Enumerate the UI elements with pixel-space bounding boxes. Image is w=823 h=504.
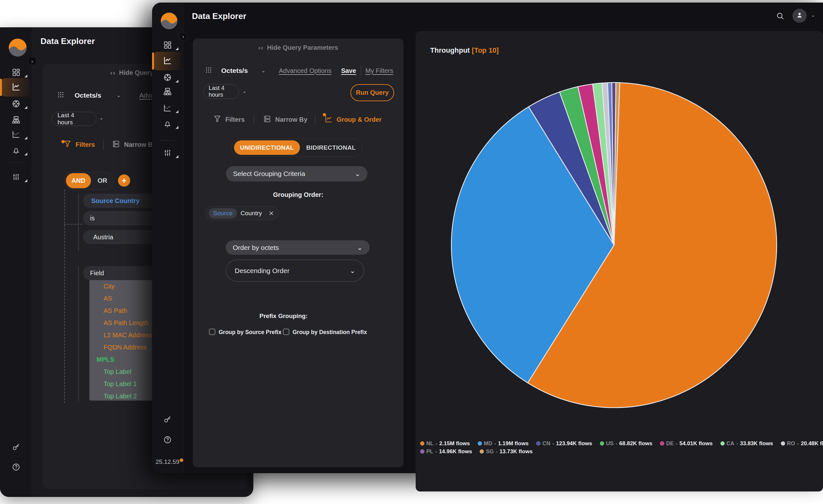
sidebar-item-help[interactable] <box>2 460 30 475</box>
page-title: Data Explorer <box>40 36 95 46</box>
collapse-query-button[interactable]: ‹‹ Hide Query Parameters <box>193 44 403 51</box>
chevron-down-icon[interactable]: ⌄ <box>242 88 246 94</box>
sitemap-icon <box>12 115 20 125</box>
line-chart-icon <box>163 56 172 66</box>
sidebar-expand-button[interactable]: › <box>28 57 36 65</box>
sort-order-select[interactable]: Descending Order ⌄ <box>226 260 364 282</box>
sidebar-divider <box>160 140 175 141</box>
time-range-select[interactable]: Last 4 hours <box>203 84 239 99</box>
sidebar-item-data-explorer[interactable] <box>154 52 181 70</box>
logic-or-button[interactable]: OR <box>91 177 114 184</box>
legend-item-CA[interactable]: CA-33.83K flows <box>720 440 773 447</box>
narrow-by-icon <box>112 140 120 150</box>
chevron-down-icon[interactable]: ⌄ <box>99 115 104 121</box>
line-chart-icon <box>12 82 21 92</box>
submenu-indicator-icon <box>176 80 178 82</box>
chip-scope[interactable]: Source <box>209 208 237 218</box>
legend-item-DE[interactable]: DE-54.01K flows <box>660 440 712 447</box>
legend-code: PL <box>426 449 433 455</box>
search-icon[interactable] <box>776 12 784 21</box>
unidirectional-button[interactable]: UNIDIRECTIONAL <box>234 141 300 155</box>
sidebar-item-settings[interactable] <box>154 146 181 161</box>
advanced-options-link[interactable]: Advanced Options <box>279 67 331 74</box>
time-range-select[interactable]: Last 4 hours <box>51 112 97 126</box>
sidebar-item-api-keys[interactable] <box>2 440 30 455</box>
submenu-indicator-icon <box>24 74 27 77</box>
legend-code: SG <box>486 449 494 455</box>
submenu-indicator-icon <box>24 106 27 109</box>
anomaly-chart-icon <box>12 130 20 140</box>
destination-prefix-checkbox[interactable] <box>283 329 289 335</box>
legend-item-MD[interactable]: MD-1.19M flows <box>478 440 529 447</box>
sidebar-item-network[interactable] <box>154 84 181 100</box>
user-icon <box>796 11 803 20</box>
query-tabs-back: Filters Narrow By <box>61 140 156 150</box>
legend-item-PL[interactable]: PL-14.96K flows <box>420 449 472 455</box>
chip-field: Country <box>240 210 262 217</box>
sidebar-item-routing[interactable] <box>154 70 181 86</box>
legend-dot <box>478 441 482 446</box>
drag-handle-icon[interactable] <box>205 66 212 75</box>
chevron-down-icon[interactable]: ⌄ <box>811 12 815 18</box>
my-filters-link[interactable]: My Filters <box>365 67 393 74</box>
run-query-button[interactable]: Run Query <box>350 84 394 101</box>
sidebar-item-data-explorer[interactable] <box>2 78 30 97</box>
metric-select[interactable]: Octets/s <box>74 91 101 99</box>
tab-filters[interactable]: Filters <box>75 141 95 149</box>
legend-item-CN[interactable]: CN-123.94K flows <box>536 440 592 447</box>
sidebar-item-anomalies[interactable] <box>2 127 30 143</box>
drag-handle-icon[interactable] <box>57 91 64 99</box>
metric-select[interactable]: Octets/s <box>221 67 248 74</box>
sidebar-item-dashboards[interactable] <box>154 38 181 53</box>
source-prefix-checkbox[interactable] <box>209 329 215 335</box>
anomaly-chart-icon <box>163 104 172 113</box>
legend-code: CN <box>542 440 550 447</box>
tab-group-order[interactable]: Group & Order <box>337 116 381 123</box>
legend-value: 20.48K flows <box>801 440 823 447</box>
sidebar-item-settings[interactable] <box>2 170 30 185</box>
legend-value: 1.19M flows <box>498 440 528 447</box>
pie-svg <box>416 31 823 491</box>
save-link[interactable]: Save <box>341 67 356 74</box>
sidebar-item-api-keys[interactable] <box>154 412 181 428</box>
add-condition-button[interactable]: + <box>118 175 130 187</box>
version-label: 25.12.59 <box>156 458 183 466</box>
metric-row: Octets/s ⌄ Advanced Options Save My Filt… <box>205 66 393 75</box>
chart-legend: NL-2.15M flowsMD-1.19M flowsCN-123.94K f… <box>420 440 819 456</box>
submenu-indicator-icon <box>24 179 27 182</box>
legend-item-US[interactable]: US-68.82K flows <box>600 440 652 447</box>
sidebar-item-alerts[interactable] <box>154 116 181 132</box>
sitemap-icon <box>163 87 172 97</box>
grouping-criteria-select[interactable]: Select Grouping Criteria ⌄ <box>226 166 367 182</box>
tab-narrow-by[interactable]: Narrow By <box>275 116 307 123</box>
sidebar-expand-button[interactable]: › <box>179 32 187 40</box>
query-panel-front: ‹‹ Hide Query Parameters Octets/s ⌄ Adva… <box>193 38 403 467</box>
sidebar-item-anomalies[interactable] <box>154 101 181 116</box>
legend-value: 14.96K flows <box>439 449 472 455</box>
sidebar-item-routing[interactable] <box>2 97 30 112</box>
bidirectional-button[interactable]: BIDIRECTIONAL <box>300 144 362 151</box>
key-icon <box>163 415 172 425</box>
legend-item-NL[interactable]: NL-2.15M flows <box>420 440 470 447</box>
dashboard-icon <box>12 68 20 78</box>
order-by-select[interactable]: Order by octets ⌄ <box>226 240 370 255</box>
chevron-down-icon[interactable]: ⌄ <box>262 68 266 73</box>
sidebar-item-network[interactable] <box>2 113 30 128</box>
logic-and-button[interactable]: AND <box>66 173 91 188</box>
sidebar-item-alerts[interactable] <box>2 143 30 159</box>
tab-divider <box>254 114 254 124</box>
chevron-down-icon[interactable]: ⌄ <box>117 92 121 98</box>
user-avatar[interactable] <box>793 9 807 23</box>
grouping-chip: Source Country <box>206 206 279 220</box>
legend-row-2: PL-14.96K flowsSG-13.73K flows <box>420 448 819 455</box>
chip-close-icon[interactable] <box>269 210 274 216</box>
tree-line <box>78 194 79 251</box>
tab-filters[interactable]: Filters <box>225 116 244 123</box>
legend-item-SG[interactable]: SG-13.73K flows <box>480 449 532 455</box>
chart-panel: Throughput [Top 10] NL-2.15M flowsMD-1.1… <box>416 31 823 491</box>
legend-item-RO[interactable]: RO-20.48K flows <box>781 440 823 447</box>
app-logo[interactable] <box>9 38 27 56</box>
tab-narrow-by[interactable]: Narrow By <box>124 141 156 149</box>
app-logo[interactable] <box>161 13 177 29</box>
sidebar-item-help[interactable] <box>154 433 181 448</box>
